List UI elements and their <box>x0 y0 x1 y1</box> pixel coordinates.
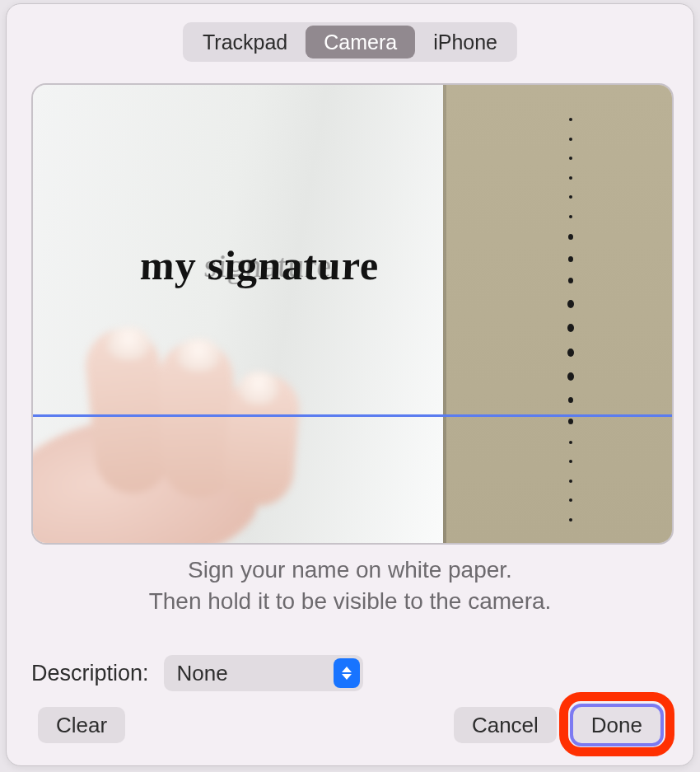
instructions-line1: Sign your name on white paper. <box>7 554 693 586</box>
button-row: Clear Cancel Done <box>38 703 662 747</box>
chevron-down-icon <box>342 674 352 680</box>
preview-background-area <box>443 85 672 543</box>
cancel-button[interactable]: Cancel <box>454 707 557 743</box>
preview-paper-area <box>33 85 443 543</box>
baseline-guide <box>33 414 672 417</box>
signature-capture-panel: Trackpad Camera iPhone signature my sign… <box>6 3 694 766</box>
done-button-highlight: Done <box>572 705 662 745</box>
description-select[interactable]: None <box>164 655 363 691</box>
chevron-up-icon <box>342 667 352 672</box>
instructions-line2: Then hold it to be visible to the camera… <box>7 586 693 617</box>
description-label: Description: <box>31 661 149 686</box>
select-stepper-icon <box>334 658 360 688</box>
description-value: None <box>177 661 228 686</box>
camera-preview: signature my signature <box>31 83 674 545</box>
tab-camera[interactable]: Camera <box>306 26 415 58</box>
input-mode-segmented: Trackpad Camera iPhone <box>183 22 517 62</box>
tab-trackpad[interactable]: Trackpad <box>184 26 306 58</box>
done-button[interactable]: Done <box>573 707 660 743</box>
description-row: Description: None <box>31 655 363 691</box>
clear-button[interactable]: Clear <box>38 707 125 743</box>
tab-iphone[interactable]: iPhone <box>415 26 516 58</box>
instructions-text: Sign your name on white paper. Then hold… <box>7 554 693 617</box>
